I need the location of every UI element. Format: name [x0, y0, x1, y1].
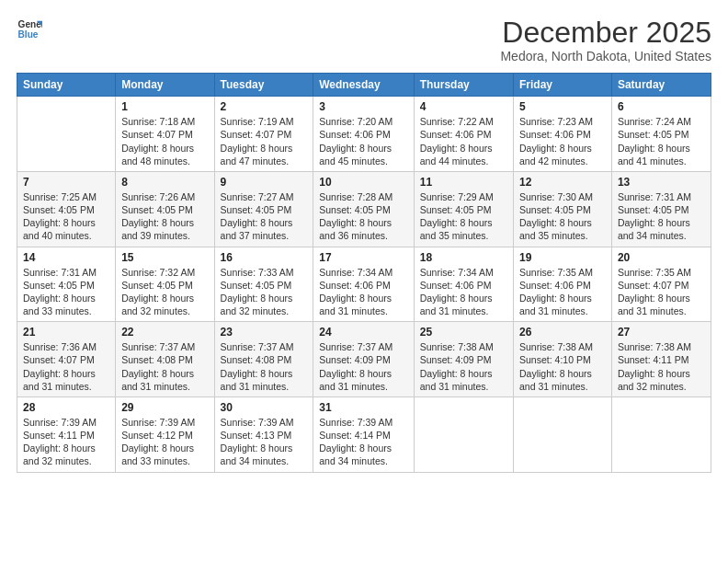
- cell-info: Sunrise: 7:39 AMSunset: 4:11 PMDaylight:…: [23, 416, 109, 468]
- calendar-cell: 9Sunrise: 7:27 AMSunset: 4:05 PMDaylight…: [214, 171, 313, 247]
- cell-day-number: 1: [121, 100, 208, 113]
- cell-day-number: 30: [221, 401, 308, 414]
- cell-info: Sunrise: 7:30 AMSunset: 4:05 PMDaylight:…: [519, 190, 606, 243]
- calendar-week-row: 7Sunrise: 7:25 AMSunset: 4:05 PMDaylight…: [17, 171, 711, 247]
- cell-day-number: 14: [23, 251, 109, 264]
- cell-day-number: 5: [519, 100, 606, 113]
- cell-info: Sunrise: 7:37 AMSunset: 4:08 PMDaylight:…: [121, 340, 208, 393]
- calendar-day-header: Sunday: [17, 74, 116, 97]
- cell-day-number: 25: [420, 326, 507, 339]
- calendar-table: SundayMondayTuesdayWednesdayThursdayFrid…: [17, 73, 711, 472]
- cell-day-number: 29: [121, 401, 208, 414]
- cell-day-number: 20: [618, 251, 705, 264]
- cell-day-number: 23: [221, 326, 308, 339]
- cell-day-number: 22: [121, 326, 208, 339]
- cell-day-number: 3: [319, 100, 408, 113]
- cell-day-number: 27: [618, 326, 705, 339]
- cell-day-number: 15: [121, 251, 208, 264]
- cell-day-number: 18: [420, 251, 507, 264]
- cell-info: Sunrise: 7:23 AMSunset: 4:06 PMDaylight:…: [519, 115, 606, 167]
- logo: General Blue: [17, 17, 42, 42]
- svg-text:Blue: Blue: [18, 29, 39, 40]
- cell-day-number: 16: [221, 251, 308, 264]
- calendar-week-row: 14Sunrise: 7:31 AMSunset: 4:05 PMDayligh…: [17, 247, 711, 322]
- cell-info: Sunrise: 7:37 AMSunset: 4:08 PMDaylight:…: [221, 340, 308, 393]
- calendar-cell: 1Sunrise: 7:18 AMSunset: 4:07 PMDaylight…: [116, 97, 214, 172]
- calendar-cell: 2Sunrise: 7:19 AMSunset: 4:07 PMDaylight…: [214, 97, 313, 172]
- main-title: December 2025: [500, 17, 711, 49]
- calendar-cell: [514, 396, 612, 472]
- calendar-cell: 23Sunrise: 7:37 AMSunset: 4:08 PMDayligh…: [214, 322, 313, 397]
- calendar-header-row: SundayMondayTuesdayWednesdayThursdayFrid…: [17, 74, 711, 97]
- calendar-day-header: Friday: [514, 74, 612, 97]
- cell-day-number: 4: [420, 100, 507, 113]
- calendar-cell: 14Sunrise: 7:31 AMSunset: 4:05 PMDayligh…: [17, 247, 116, 322]
- calendar-cell: 26Sunrise: 7:38 AMSunset: 4:10 PMDayligh…: [514, 322, 612, 397]
- cell-day-number: 17: [319, 251, 408, 264]
- calendar-cell: 5Sunrise: 7:23 AMSunset: 4:06 PMDaylight…: [514, 97, 612, 172]
- cell-info: Sunrise: 7:31 AMSunset: 4:05 PMDaylight:…: [618, 190, 705, 243]
- calendar-cell: 4Sunrise: 7:22 AMSunset: 4:06 PMDaylight…: [414, 97, 513, 172]
- cell-info: Sunrise: 7:22 AMSunset: 4:06 PMDaylight:…: [420, 115, 507, 167]
- cell-day-number: 19: [519, 251, 606, 264]
- cell-info: Sunrise: 7:36 AMSunset: 4:07 PMDaylight:…: [23, 340, 109, 393]
- cell-day-number: 8: [121, 176, 208, 189]
- cell-info: Sunrise: 7:29 AMSunset: 4:05 PMDaylight:…: [420, 190, 507, 243]
- calendar-day-header: Tuesday: [214, 74, 313, 97]
- cell-info: Sunrise: 7:32 AMSunset: 4:05 PMDaylight:…: [121, 266, 208, 318]
- cell-day-number: 26: [519, 326, 606, 339]
- cell-day-number: 9: [221, 176, 308, 189]
- cell-info: Sunrise: 7:39 AMSunset: 4:13 PMDaylight:…: [221, 416, 308, 468]
- cell-day-number: 28: [23, 401, 109, 414]
- cell-info: Sunrise: 7:20 AMSunset: 4:06 PMDaylight:…: [319, 115, 408, 167]
- cell-info: Sunrise: 7:28 AMSunset: 4:05 PMDaylight:…: [319, 190, 408, 243]
- cell-day-number: 11: [420, 176, 507, 189]
- calendar-cell: 8Sunrise: 7:26 AMSunset: 4:05 PMDaylight…: [116, 171, 214, 247]
- cell-info: Sunrise: 7:35 AMSunset: 4:07 PMDaylight:…: [618, 266, 705, 318]
- cell-day-number: 31: [319, 401, 408, 414]
- calendar-cell: 17Sunrise: 7:34 AMSunset: 4:06 PMDayligh…: [313, 247, 415, 322]
- cell-info: Sunrise: 7:19 AMSunset: 4:07 PMDaylight:…: [221, 115, 308, 167]
- cell-info: Sunrise: 7:34 AMSunset: 4:06 PMDaylight:…: [420, 266, 507, 318]
- calendar-day-header: Wednesday: [313, 74, 415, 97]
- calendar-day-header: Thursday: [414, 74, 513, 97]
- cell-day-number: 6: [618, 100, 705, 113]
- calendar-cell: 6Sunrise: 7:24 AMSunset: 4:05 PMDaylight…: [611, 97, 711, 172]
- cell-info: Sunrise: 7:18 AMSunset: 4:07 PMDaylight:…: [121, 115, 208, 167]
- cell-day-number: 2: [221, 100, 308, 113]
- calendar-cell: 10Sunrise: 7:28 AMSunset: 4:05 PMDayligh…: [313, 171, 415, 247]
- calendar-cell: 18Sunrise: 7:34 AMSunset: 4:06 PMDayligh…: [414, 247, 513, 322]
- cell-info: Sunrise: 7:39 AMSunset: 4:14 PMDaylight:…: [319, 416, 408, 468]
- cell-info: Sunrise: 7:27 AMSunset: 4:05 PMDaylight:…: [221, 190, 308, 243]
- calendar-day-header: Saturday: [611, 74, 711, 97]
- cell-info: Sunrise: 7:33 AMSunset: 4:05 PMDaylight:…: [221, 266, 308, 318]
- calendar-cell: 30Sunrise: 7:39 AMSunset: 4:13 PMDayligh…: [214, 396, 313, 472]
- cell-info: Sunrise: 7:37 AMSunset: 4:09 PMDaylight:…: [319, 340, 408, 393]
- calendar-cell: 27Sunrise: 7:38 AMSunset: 4:11 PMDayligh…: [611, 322, 711, 397]
- calendar-cell: 3Sunrise: 7:20 AMSunset: 4:06 PMDaylight…: [313, 97, 415, 172]
- calendar-cell: 7Sunrise: 7:25 AMSunset: 4:05 PMDaylight…: [17, 171, 116, 247]
- calendar-cell: 31Sunrise: 7:39 AMSunset: 4:14 PMDayligh…: [313, 396, 415, 472]
- cell-info: Sunrise: 7:24 AMSunset: 4:05 PMDaylight:…: [618, 115, 705, 167]
- cell-info: Sunrise: 7:38 AMSunset: 4:09 PMDaylight:…: [420, 340, 507, 393]
- calendar-cell: [17, 97, 116, 172]
- cell-day-number: 13: [618, 176, 705, 189]
- cell-info: Sunrise: 7:38 AMSunset: 4:11 PMDaylight:…: [618, 340, 705, 393]
- cell-info: Sunrise: 7:25 AMSunset: 4:05 PMDaylight:…: [23, 190, 109, 243]
- calendar-cell: 21Sunrise: 7:36 AMSunset: 4:07 PMDayligh…: [17, 322, 116, 397]
- cell-info: Sunrise: 7:38 AMSunset: 4:10 PMDaylight:…: [519, 340, 606, 393]
- calendar-cell: 20Sunrise: 7:35 AMSunset: 4:07 PMDayligh…: [611, 247, 711, 322]
- calendar-cell: 15Sunrise: 7:32 AMSunset: 4:05 PMDayligh…: [116, 247, 214, 322]
- page: General Blue December 2025 Medora, North…: [0, 0, 728, 563]
- calendar-cell: [611, 396, 711, 472]
- calendar-week-row: 21Sunrise: 7:36 AMSunset: 4:07 PMDayligh…: [17, 322, 711, 397]
- title-block: December 2025 Medora, North Dakota, Unit…: [500, 17, 711, 63]
- header: General Blue December 2025 Medora, North…: [17, 17, 711, 63]
- calendar-cell: 13Sunrise: 7:31 AMSunset: 4:05 PMDayligh…: [611, 171, 711, 247]
- calendar-cell: 12Sunrise: 7:30 AMSunset: 4:05 PMDayligh…: [514, 171, 612, 247]
- calendar-cell: [414, 396, 513, 472]
- cell-day-number: 7: [23, 176, 109, 189]
- calendar-day-header: Monday: [116, 74, 214, 97]
- cell-info: Sunrise: 7:39 AMSunset: 4:12 PMDaylight:…: [121, 416, 208, 468]
- cell-info: Sunrise: 7:26 AMSunset: 4:05 PMDaylight:…: [121, 190, 208, 243]
